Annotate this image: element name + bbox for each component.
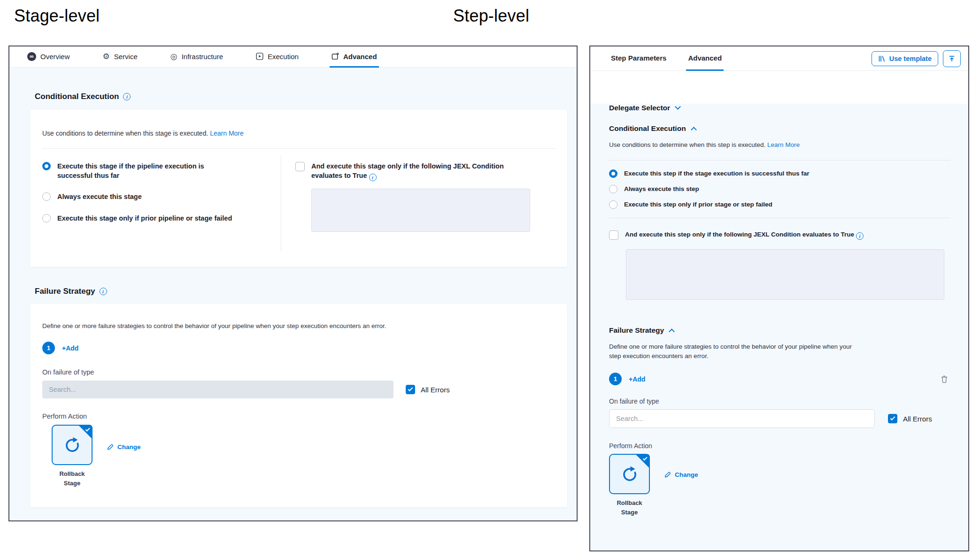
tab-overview[interactable]: ∞ Overview — [25, 46, 72, 68]
all-errors-checkbox[interactable] — [406, 385, 415, 394]
radio-selected-icon[interactable] — [42, 162, 51, 170]
rollback-icon — [620, 464, 640, 484]
stage-condition-radio-group: Execute this stage if the pipeline execu… — [42, 151, 281, 256]
change-label: Change — [117, 443, 141, 451]
jexl-checkbox[interactable] — [609, 230, 618, 240]
info-icon[interactable]: i — [123, 93, 131, 100]
radio-icon[interactable] — [42, 214, 51, 222]
strategy-1-badge[interactable]: 1 — [609, 373, 622, 385]
tab-service-label: Service — [114, 53, 138, 61]
all-errors-checkbox-row[interactable]: All Errors — [406, 385, 450, 394]
save-as-template-button[interactable] — [943, 50, 961, 67]
tab-advanced[interactable]: Advanced — [330, 46, 379, 68]
conditional-execution-card: Use conditions to determine when this st… — [30, 110, 567, 267]
rollback-stage-action-tile[interactable] — [52, 425, 93, 465]
failure-strategy-card: Define one or more failure strategies to… — [30, 304, 567, 507]
tab-overview-label: Overview — [40, 53, 70, 61]
stage-advanced-panel: ∞ Overview ⚙ Service ◎ Infrastructure Ex… — [8, 46, 578, 521]
perform-action-label: Perform Action — [42, 413, 555, 420]
overview-icon: ∞ — [27, 52, 36, 61]
learn-more-link[interactable]: Learn More — [210, 130, 244, 137]
chevron-down-icon[interactable] — [675, 104, 681, 110]
failure-strategy-title: Failure Strategy — [35, 287, 95, 296]
jexl-condition-textarea[interactable] — [626, 249, 944, 300]
jexl-label: And execute this stage only if the follo… — [311, 162, 514, 181]
tab-execution-label: Execution — [268, 53, 299, 61]
template-library-icon — [878, 55, 886, 62]
upload-to-bar-icon — [948, 55, 956, 62]
change-action-link[interactable]: Change — [107, 443, 141, 451]
chevron-up-icon[interactable] — [669, 329, 675, 335]
tab-infrastructure[interactable]: ◎ Infrastructure — [169, 46, 225, 68]
failure-type-search-input[interactable] — [609, 409, 875, 428]
jexl-condition-textarea[interactable] — [311, 189, 530, 232]
jexl-checkbox[interactable] — [295, 162, 305, 171]
use-template-label: Use template — [889, 55, 932, 62]
jexl-condition-row: And execute this step only if the follow… — [609, 230, 950, 240]
step-level-heading: Step-level — [453, 6, 529, 26]
learn-more-link[interactable]: Learn More — [767, 141, 800, 148]
divider — [42, 148, 555, 149]
strategy-1-badge[interactable]: 1 — [42, 342, 55, 354]
execution-play-icon — [256, 53, 263, 60]
radio-execute-if-pipeline-successful[interactable]: Execute this stage if the pipeline execu… — [42, 162, 281, 180]
radio-label: Execute this stage only if prior pipelin… — [57, 214, 232, 223]
use-template-button[interactable]: Use template — [872, 51, 938, 66]
infrastructure-icon: ◎ — [170, 52, 177, 61]
conditional-description-text: Use conditions to determine when this st… — [42, 130, 208, 137]
delete-strategy-button[interactable] — [941, 375, 948, 383]
radio-icon[interactable] — [609, 200, 617, 209]
radio-execute-if-prior-failed[interactable]: Execute this stage only if prior pipelin… — [42, 214, 281, 223]
divider — [609, 218, 950, 218]
radio-label: Always execute this stage — [57, 192, 142, 202]
radio-icon[interactable] — [42, 192, 51, 201]
step-advanced-panel: Step Parameters Advanced Use template De… — [589, 46, 969, 551]
radio-label: Execute this step only if prior stage or… — [624, 201, 772, 208]
tab-step-parameters[interactable]: Step Parameters — [609, 47, 668, 71]
jexl-label-text: And execute this stage only if the follo… — [311, 162, 504, 179]
all-errors-checkbox-row[interactable]: All Errors — [888, 414, 932, 423]
step-tabbar: Step Parameters Advanced Use template — [590, 46, 968, 71]
conditional-description: Use conditions to determine when this st… — [609, 140, 950, 150]
conditional-execution-title: Conditional Execution — [35, 92, 119, 101]
info-icon[interactable]: i — [100, 288, 107, 295]
radio-execute-if-stage-successful[interactable]: Execute this step if the stage execution… — [609, 169, 950, 178]
change-action-link[interactable]: Change — [664, 471, 698, 478]
add-strategy-button[interactable]: +Add — [62, 344, 78, 352]
conditional-description-text: Use conditions to determine when this st… — [609, 141, 765, 148]
advanced-icon — [332, 53, 339, 60]
rollback-stage-action-tile[interactable] — [609, 454, 650, 494]
tab-infrastructure-label: Infrastructure — [182, 53, 223, 61]
info-icon[interactable]: i — [369, 174, 377, 181]
tab-service[interactable]: ⚙ Service — [101, 46, 139, 68]
tab-advanced[interactable]: Advanced — [686, 47, 724, 71]
delegate-selector-section-header[interactable]: Delegate Selector — [609, 104, 950, 112]
jexl-condition-row: And execute this stage only if the follo… — [295, 162, 555, 181]
failure-strategy-section-header[interactable]: Failure Strategy — [609, 326, 950, 335]
conditional-execution-section-header[interactable]: Conditional Execution — [609, 124, 950, 133]
radio-always-execute-step[interactable]: Always execute this step — [609, 185, 950, 193]
all-errors-checkbox[interactable] — [888, 414, 897, 423]
conditional-execution-title: Conditional Execution — [609, 124, 686, 133]
radio-execute-if-prior-failed[interactable]: Execute this step only if prior stage or… — [609, 200, 950, 209]
pencil-icon — [107, 443, 114, 451]
radio-label: Always execute this step — [624, 185, 699, 192]
tab-execution[interactable]: Execution — [254, 46, 301, 68]
tab-step-parameters-label: Step Parameters — [611, 54, 666, 62]
failure-type-search-input[interactable] — [42, 381, 394, 398]
failure-strategy-title: Failure Strategy — [609, 326, 664, 335]
step-condition-radio-group: Execute this step if the stage execution… — [609, 161, 950, 218]
add-strategy-button[interactable]: +Add — [629, 375, 645, 383]
all-errors-label: All Errors — [421, 386, 450, 394]
change-label: Change — [675, 471, 698, 478]
radio-icon[interactable] — [609, 185, 617, 193]
jexl-label: And execute this step only if the follow… — [625, 230, 864, 240]
tab-advanced-label: Advanced — [343, 53, 377, 61]
failure-description: Define one or more failure strategies to… — [609, 342, 865, 360]
info-icon[interactable]: i — [856, 232, 864, 240]
radio-selected-icon[interactable] — [609, 169, 617, 178]
on-failure-of-type-label: On failure of type — [42, 368, 555, 376]
stage-tabbar: ∞ Overview ⚙ Service ◎ Infrastructure Ex… — [9, 46, 577, 68]
radio-always-execute-stage[interactable]: Always execute this stage — [42, 192, 281, 202]
chevron-up-icon[interactable] — [691, 127, 697, 133]
